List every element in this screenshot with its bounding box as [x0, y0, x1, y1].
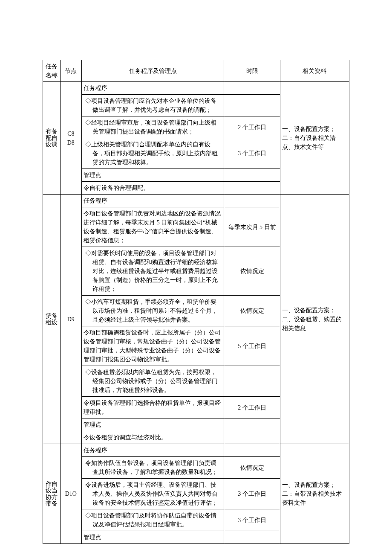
time-cell: 依情况定 [224, 296, 280, 326]
table-row: 赁备租设D9任务程序一、设备配置方案； 二、设备租赁、购置的相关信息 [43, 195, 349, 207]
time-cell: 依情况定 [224, 247, 280, 296]
task-table: 任务名称 节点 任务程序及管理点 时限 相关资料 有备配自设调C8 D8任务程序… [43, 60, 349, 544]
time-cell [224, 431, 280, 444]
node-cell: C8 D8 [60, 82, 82, 195]
time-cell [224, 444, 280, 457]
reference-cell: 一、设备配置方案； 二：自带设备相关技术资料文件 [280, 444, 349, 544]
time-cell [224, 418, 280, 431]
procedure-cell: ◇经项目经理审查后，项目设备管理部门向上级相关管理部门提出设备调配的书面请求； [82, 116, 224, 138]
reference-cell: 一、设备配置方案； 二：自有设备相关清点、技术文件等 [280, 82, 349, 195]
node-cell: D1O [60, 444, 82, 544]
procedure-cell: 令自有设备的合理调配。 [82, 182, 224, 195]
time-cell: 3 个工作日 [224, 479, 280, 509]
hdr-node: 节点 [60, 60, 82, 82]
procedure-cell: 任务程序 [82, 444, 224, 457]
procedure-cell: ◇小汽车可短期租赁，手续必须齐全，租赁单价要以市场价为准，租赁时间累计不得超过 … [82, 296, 224, 326]
time-cell: 依情况定 [224, 457, 280, 479]
header-row: 任务名称 节点 任务程序及管理点 时限 相关资料 [43, 60, 349, 82]
task-name-cell: 有备配自设调 [43, 82, 61, 195]
time-cell [224, 195, 280, 207]
reference-cell: 一、设备配置方案； 二、设备租赁、购置的相关信息 [280, 195, 349, 444]
procedure-cell: ◇项目设备管理部门应首先对本企业各单位的设备做出调查了解，并优先考虑自有设备的调… [82, 95, 224, 116]
hdr-task: 任务名称 [43, 60, 61, 82]
procedure-cell: ◇设备租赁必须以内部单位租赁为先，按照权限，经集团公司物设部或子（分）公司设备管… [82, 366, 224, 397]
procedure-cell: 任务程序 [82, 195, 224, 207]
procedure-cell: 令如协作队伍自带设备，项目设备管理部门负责调查其所带设备，了解和掌握设备的数量和… [82, 457, 224, 479]
procedure-cell: ◇上级相关管理部门合理调配本单位内的自有设备，项目部办理相关调配手续，原则上按内… [82, 138, 224, 169]
time-cell: 2 个工作日 [224, 116, 280, 138]
time-cell [224, 531, 280, 544]
task-name-cell: 赁备租设 [43, 195, 61, 444]
procedure-cell: 管理点 [82, 531, 224, 544]
procedure-cell: 管理点 [82, 418, 224, 431]
time-cell: 3 个工作日 [224, 509, 280, 531]
procedure-cell: 任务程序 [82, 82, 224, 95]
time-cell [224, 95, 280, 116]
hdr-ref: 相关资料 [280, 60, 349, 82]
procedure-cell: ◇项目设备管理部门及时将协作队伍自带的设备情况及净值评估结果报项目经理审批。 [82, 509, 224, 531]
procedure-cell: 令项目设备管理部门选择合格的租赁单位，报项目经理审批。 [82, 397, 224, 418]
hdr-time: 时限 [224, 60, 280, 82]
table-row: 有备配自设调C8 D8任务程序一、设备配置方案； 二：自有设备相关清点、技术文件… [43, 82, 349, 95]
time-cell [224, 182, 280, 195]
time-cell: 2 个工作日 [224, 397, 280, 418]
time-cell [224, 169, 280, 182]
procedure-cell: ◇对需要长时间使用的设备，项目设备管理部门对租赁、自有设备调配和购置进行详细的经… [82, 247, 224, 296]
procedure-cell: 令设备租赁的调查与经济对比。 [82, 431, 224, 444]
hdr-proc: 任务程序及管理点 [82, 60, 224, 82]
time-cell: 每季末次月 5 日前 [224, 207, 280, 247]
table-row: 作自设当协方带备D1O任务程序一、设备配置方案； 二：自带设备相关技术资料文件 [43, 444, 349, 457]
time-cell [224, 366, 280, 397]
procedure-cell: 令项目部确需租赁设备时，应上报所属子（分）公司设备管理部门审核，常规设备由子（分… [82, 326, 224, 366]
time-cell: 5 个工作日 [224, 326, 280, 366]
task-name-cell: 作自设当协方带备 [43, 444, 61, 544]
time-cell: 3 个工作日 [224, 138, 280, 169]
procedure-cell: 管理点 [82, 169, 224, 182]
time-cell [224, 82, 280, 95]
procedure-cell: 令设备进场后，项目主管经理、设备管理部门、技术人员、操作人员及协作队伍负责人共同… [82, 479, 224, 509]
node-cell: D9 [60, 195, 82, 444]
procedure-cell: 令项目设备管理部门负责对周边地区的设备资源情况进行详细了解，每季末次月 5 日前… [82, 207, 224, 247]
